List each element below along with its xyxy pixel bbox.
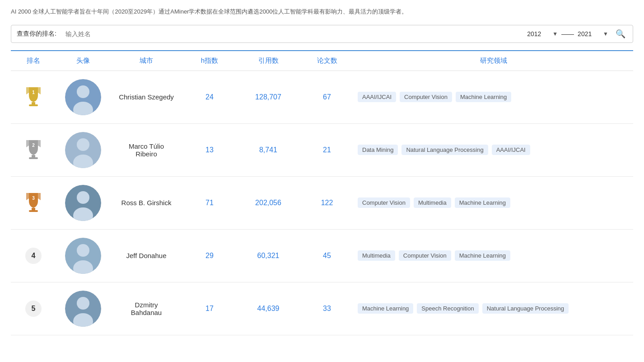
research-tag[interactable]: Computer Vision: [400, 92, 452, 102]
rank-badge: 5: [25, 301, 42, 317]
svg-text:3: 3: [32, 196, 35, 201]
avatar-cell: [56, 132, 110, 168]
search-button[interactable]: 🔍: [614, 29, 627, 39]
h-index-value: 29: [182, 252, 237, 260]
papers-value: 33: [300, 305, 354, 313]
svg-point-5: [77, 85, 89, 98]
page-wrapper: AI 2000 全球人工智能学者旨在十年间（2020至2029年）通过AMine…: [0, 0, 644, 343]
h-index-value: 17: [182, 305, 237, 313]
year-start-select[interactable]: 2012201320142015 2016201720182019 202020…: [527, 30, 549, 38]
avatar: [65, 79, 101, 115]
avatar: [65, 132, 101, 168]
tags-cell: MultimediaComputer VisionMachine Learnin…: [354, 250, 633, 261]
table-body: 1 Christian Szegedy24128,70767AAAI/IJCAI…: [11, 71, 633, 335]
scholar-name[interactable]: Dzmitry Bahdanau: [110, 301, 182, 316]
svg-rect-1: [29, 104, 38, 106]
research-tag[interactable]: Machine Learning: [455, 250, 510, 261]
research-tag[interactable]: Natural Language Processing: [482, 303, 569, 314]
scholar-name[interactable]: Ross B. Girshick: [110, 199, 182, 207]
col-rank: 排名: [11, 56, 56, 65]
avatar-cell: [56, 185, 110, 221]
year-end-select[interactable]: 2012201320142015 2016201720182019 202020…: [578, 30, 599, 38]
table-row[interactable]: 1 Christian Szegedy24128,70767AAAI/IJCAI…: [11, 71, 633, 124]
year-selector: 2012201320142015 2016201720182019 202020…: [527, 30, 608, 38]
table-row[interactable]: 5 Dzmitry Bahdanau1744,63933Machine Lear…: [11, 282, 633, 335]
col-city: 城市: [110, 56, 182, 65]
tags-cell: Computer VisionMultimediaMachine Learnin…: [354, 197, 633, 208]
svg-point-22: [77, 244, 89, 257]
year-start-arrow: ▼: [552, 31, 558, 37]
citations-value: 44,639: [237, 305, 300, 313]
tags-cell: Data MiningNatural Language ProcessingAA…: [354, 145, 633, 155]
svg-rect-7: [32, 155, 35, 157]
rank-cell: 1: [11, 85, 56, 109]
research-tag[interactable]: Computer Vision: [399, 250, 451, 261]
research-tag[interactable]: Natural Language Processing: [401, 145, 488, 155]
papers-value: 67: [300, 93, 354, 101]
svg-point-12: [77, 138, 89, 151]
col-avatar: 头像: [56, 56, 110, 65]
h-index-value: 71: [182, 199, 237, 207]
papers-value: 45: [300, 252, 354, 260]
svg-point-19: [77, 191, 89, 204]
citations-value: 60,321: [237, 252, 300, 260]
avatar: [65, 291, 101, 327]
table-header: 排名 头像 城市 h指数 引用数 论文数 研究领域: [11, 51, 633, 71]
tags-cell: AAAI/IJCAIComputer VisionMachine Learnin…: [354, 92, 633, 102]
search-bar: 查查你的排名: 2012201320142015 201620172018201…: [11, 25, 633, 43]
svg-point-25: [77, 297, 89, 310]
research-tag[interactable]: Machine Learning: [358, 303, 413, 314]
h-index-value: 24: [182, 93, 237, 101]
research-tag[interactable]: Machine Learning: [455, 197, 510, 208]
svg-rect-0: [32, 102, 35, 104]
research-tag[interactable]: Machine Learning: [456, 92, 511, 102]
avatar: [65, 185, 101, 221]
h-index-value: 13: [182, 146, 237, 154]
scholar-name[interactable]: Marco Túlio Ribeiro: [110, 142, 182, 158]
research-tag[interactable]: Multimedia: [358, 250, 395, 261]
search-input[interactable]: [62, 30, 522, 38]
table-row[interactable]: 4 Jeff Donahue2960,32145MultimediaComput…: [11, 230, 633, 282]
svg-rect-8: [29, 157, 38, 159]
rank-cell: 5: [11, 301, 56, 317]
rank-cell: 3: [11, 191, 56, 215]
research-tag[interactable]: AAAI/IJCAI: [492, 145, 530, 155]
research-tag[interactable]: Speech Recognition: [417, 303, 478, 314]
citations-value: 8,741: [237, 146, 300, 154]
papers-value: 21: [300, 146, 354, 154]
rank-cell: 2: [11, 138, 56, 162]
research-tag[interactable]: Data Mining: [358, 145, 398, 155]
rank-cell: 4: [11, 248, 56, 264]
citations-value: 128,707: [237, 93, 300, 101]
col-research-fields: 研究领域: [354, 56, 633, 65]
table-row[interactable]: 2 Marco Túlio Ribeiro138,74121Data Minin…: [11, 124, 633, 177]
year-end-arrow: ▼: [603, 31, 608, 37]
scholar-name[interactable]: Christian Szegedy: [110, 93, 182, 101]
research-tag[interactable]: Multimedia: [414, 197, 451, 208]
research-tag[interactable]: AAAI/IJCAI: [358, 92, 396, 102]
rank-badge: 4: [25, 248, 42, 264]
col-citations: 引用数: [237, 56, 300, 65]
svg-rect-15: [29, 210, 38, 212]
research-tag[interactable]: Computer Vision: [358, 197, 410, 208]
col-papers: 论文数: [300, 56, 354, 65]
svg-text:2: 2: [32, 143, 35, 148]
avatar-cell: [56, 291, 110, 327]
search-label: 查查你的排名:: [17, 30, 56, 38]
avatar-cell: [56, 79, 110, 115]
papers-value: 122: [300, 199, 354, 207]
citations-value: 202,056: [237, 199, 300, 207]
scholar-name[interactable]: Jeff Donahue: [110, 252, 182, 259]
tags-cell: Machine LearningSpeech RecognitionNatura…: [354, 303, 633, 314]
svg-rect-14: [32, 208, 35, 210]
year-dash: ——: [561, 30, 574, 38]
avatar-cell: [56, 238, 110, 274]
description-text: AI 2000 全球人工智能学者旨在十年间（2020至2029年）通过AMine…: [11, 7, 633, 17]
col-hindex: h指数: [182, 56, 237, 65]
svg-text:1: 1: [32, 90, 35, 95]
avatar: [65, 238, 101, 274]
table-row[interactable]: 3 Ross B. Girshick71202,056122Computer V…: [11, 177, 633, 230]
